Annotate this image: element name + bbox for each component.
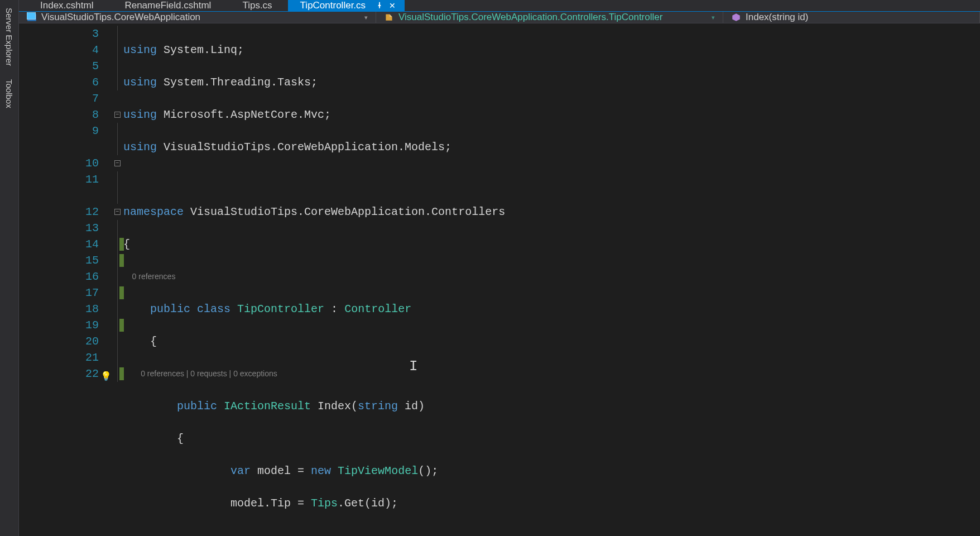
side-rail: Server Explorer Toolbox: [0, 0, 19, 536]
chevron-down-icon: ▾: [364, 14, 368, 21]
line-number-gutter: 3 4 5 6 7 8 9 . 10 11 . 12 13 14 15 16 1…: [19, 23, 111, 536]
tab-tips-cs[interactable]: Tips.cs: [227, 0, 287, 11]
svg-rect-1: [27, 12, 36, 19]
class-icon: [384, 12, 394, 22]
code-surface[interactable]: using System.Linq; using System.Threadin…: [123, 23, 980, 536]
tab-tipcontroller-cs[interactable]: TipController.cs ✕: [288, 0, 405, 11]
csharp-project-icon: [27, 12, 37, 22]
outlining-margin[interactable]: − − −: [111, 23, 123, 536]
pin-tab-icon[interactable]: [376, 1, 383, 11]
nav-project-dropdown[interactable]: VisualStudioTips.CoreWebApplication ▾: [19, 12, 376, 23]
nav-member-label: Index(string id): [746, 12, 808, 23]
codelens-method[interactable]: 0 references | 0 requests | 0 exceptions: [141, 369, 277, 378]
navigation-bar: VisualStudioTips.CoreWebApplication ▾ Vi…: [19, 12, 980, 23]
fold-toggle-icon[interactable]: −: [114, 112, 121, 118]
tab-index-cshtml[interactable]: Index.cshtml: [25, 0, 109, 11]
main-area: Index.cshtml RenameField.cshtml Tips.cs …: [19, 0, 980, 536]
document-tab-bar: Index.cshtml RenameField.cshtml Tips.cs …: [19, 0, 980, 12]
nav-project-label: VisualStudioTips.CoreWebApplication: [41, 12, 200, 23]
side-tab-server-explorer[interactable]: Server Explorer: [3, 4, 15, 69]
chevron-down-icon: ▾: [712, 14, 715, 21]
nav-type-dropdown[interactable]: VisualStudioTips.CoreWebApplication.Cont…: [376, 12, 723, 23]
code-editor[interactable]: 3 4 5 6 7 8 9 . 10 11 . 12 13 14 15 16 1…: [19, 23, 980, 536]
fold-toggle-icon[interactable]: −: [114, 209, 121, 215]
side-tab-toolbox[interactable]: Toolbox: [3, 76, 15, 112]
nav-type-label: VisualStudioTips.CoreWebApplication.Cont…: [398, 12, 662, 23]
fold-toggle-icon[interactable]: −: [114, 160, 121, 166]
close-tab-icon[interactable]: ✕: [389, 1, 396, 10]
tab-label: TipController.cs: [300, 0, 366, 11]
tab-renamefield-cshtml[interactable]: RenameField.cshtml: [109, 0, 227, 11]
codelens-class[interactable]: 0 references: [132, 272, 176, 281]
nav-member-dropdown[interactable]: Index(string id): [723, 12, 980, 23]
method-icon: [731, 12, 741, 22]
lightbulb-icon[interactable]: 💡: [100, 369, 112, 385]
